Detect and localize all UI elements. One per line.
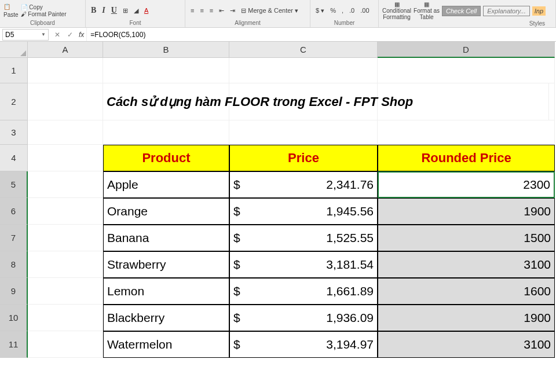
rounded-cell-4[interactable]: 1600	[378, 278, 555, 305]
price-cell-4[interactable]: $1,661.89	[229, 278, 378, 305]
row-header-1[interactable]: 1	[0, 58, 28, 83]
price-value: 3,181.54	[326, 258, 374, 272]
cell-A10[interactable]	[28, 305, 103, 331]
product-cell-5[interactable]: Blackberry	[103, 305, 229, 331]
rounded-cell-3[interactable]: 3100	[378, 251, 555, 278]
fx-icon[interactable]: fx	[76, 31, 86, 39]
font-color-button[interactable]: A	[142, 7, 150, 14]
rounded-cell-5[interactable]: 1900	[378, 305, 555, 331]
price-cell-2[interactable]: $1,525.55	[229, 225, 378, 251]
accept-formula-button[interactable]: ✓	[64, 31, 76, 39]
row-header-3[interactable]: 3	[0, 120, 28, 145]
row-header-8[interactable]: 8	[0, 251, 28, 278]
format-painter-button[interactable]: 🖌 Format Painter	[21, 11, 67, 17]
col-header-a[interactable]: A	[28, 42, 103, 58]
conditional-icon: ▦	[394, 1, 400, 8]
indent-dec-button[interactable]: ⇤	[217, 7, 226, 14]
cell-A7[interactable]	[28, 225, 103, 251]
copy-button[interactable]: 📄 Copy	[21, 4, 67, 10]
cell-A11[interactable]	[28, 331, 103, 358]
rounded-cell-2[interactable]: 1500	[378, 225, 555, 251]
product-cell-1[interactable]: Orange	[103, 198, 229, 225]
cell-D1[interactable]	[378, 58, 555, 83]
formula-input[interactable]: =FLOOR(C5,100)	[86, 28, 556, 41]
row-header-7[interactable]: 7	[0, 225, 28, 251]
ribbon: 📋 Paste 📄 Copy 🖌 Format Painter Clipboar…	[0, 0, 556, 28]
align-left-button[interactable]: ≡	[189, 7, 196, 14]
cell-B1[interactable]	[103, 58, 229, 83]
comma-button[interactable]: ,	[340, 7, 345, 14]
row-header-11[interactable]: 11	[0, 331, 28, 358]
formula-text: =FLOOR(C5,100)	[90, 31, 145, 39]
decimal-inc-button[interactable]: .0	[348, 7, 356, 14]
percent-button[interactable]: %	[328, 7, 338, 14]
product-cell-4[interactable]: Lemon	[103, 278, 229, 305]
name-box-value: D5	[5, 31, 14, 39]
style-explanatory[interactable]: Explanatory...	[483, 6, 529, 16]
style-check-cell[interactable]: Check Cell	[442, 6, 481, 16]
rounded-cell-0[interactable]: 2300	[378, 171, 555, 198]
format-as-table-button[interactable]: ▦Format as Table	[414, 1, 440, 20]
style-input[interactable]: Inp	[532, 6, 546, 16]
cell-A3[interactable]	[28, 120, 103, 145]
table-header-price[interactable]: Price	[229, 145, 378, 171]
col-header-c[interactable]: C	[229, 42, 378, 58]
formula-bar: D5 ▼ ✕ ✓ fx =FLOOR(C5,100)	[0, 28, 556, 42]
table-header-rounded-price[interactable]: Rounded Price	[378, 145, 555, 171]
conditional-formatting-button[interactable]: ▦Conditional Formatting	[382, 1, 411, 20]
fill-color-button[interactable]: ◢	[132, 7, 140, 14]
title-cell[interactable]: Cách sử dụng hàm FLOOR trong Excel - FPT…	[103, 83, 549, 120]
cell-B3[interactable]	[103, 120, 229, 145]
decimal-dec-button[interactable]: .00	[359, 7, 371, 14]
rounded-cell-6[interactable]: 3100⊞	[378, 331, 555, 358]
cell-C3[interactable]	[229, 120, 378, 145]
price-cell-3[interactable]: $3,181.54	[229, 251, 378, 278]
row-header-5[interactable]: 5	[0, 171, 28, 198]
row-header-9[interactable]: 9	[0, 278, 28, 305]
cell-A6[interactable]	[28, 198, 103, 225]
underline-button[interactable]: U	[109, 6, 119, 15]
cell-A8[interactable]	[28, 251, 103, 278]
cell-C1[interactable]	[229, 58, 378, 83]
currency-symbol: $	[233, 284, 240, 298]
name-box[interactable]: D5 ▼	[2, 29, 49, 41]
cell-D3[interactable]	[378, 120, 555, 145]
cell-A5[interactable]	[28, 171, 103, 198]
align-center-button[interactable]: ≡	[198, 7, 205, 14]
cancel-formula-button[interactable]: ✕	[51, 31, 64, 39]
product-cell-0[interactable]: Apple	[103, 171, 229, 198]
bold-button[interactable]: B	[89, 6, 98, 15]
table-icon: ▦	[424, 1, 429, 8]
price-cell-5[interactable]: $1,936.09	[229, 305, 378, 331]
table-header-product[interactable]: Product	[103, 145, 229, 171]
chevron-down-icon[interactable]: ▼	[41, 32, 46, 37]
align-right-button[interactable]: ≡	[208, 7, 215, 14]
cell-A2[interactable]	[28, 83, 103, 120]
paste-button[interactable]: 📋 Paste	[3, 3, 19, 18]
product-cell-2[interactable]: Banana	[103, 225, 229, 251]
row-header-6[interactable]: 6	[0, 198, 28, 225]
price-cell-1[interactable]: $1,945.56	[229, 198, 378, 225]
currency-symbol: $	[233, 178, 240, 192]
col-header-b[interactable]: B	[103, 42, 229, 58]
indent-inc-button[interactable]: ⇥	[228, 7, 237, 14]
col-header-d[interactable]: D	[378, 42, 555, 58]
select-all-corner[interactable]	[0, 42, 28, 58]
column-headers: A B C D	[28, 42, 555, 58]
merge-button[interactable]: ⊟ Merge & Center ▾	[239, 7, 300, 14]
italic-button[interactable]: I	[100, 6, 107, 15]
cell-A9[interactable]	[28, 278, 103, 305]
product-cell-3[interactable]: Strawberry	[103, 251, 229, 278]
border-button[interactable]: ⊞	[121, 7, 130, 14]
cell-A4[interactable]	[28, 145, 103, 171]
price-cell-6[interactable]: $3,194.97	[229, 331, 378, 358]
row-header-4[interactable]: 4	[0, 145, 28, 171]
rounded-cell-1[interactable]: 1900	[378, 198, 555, 225]
price-cell-0[interactable]: $2,341.76	[229, 171, 378, 198]
row-header-10[interactable]: 10	[0, 305, 28, 331]
row-header-2[interactable]: 2	[0, 83, 28, 120]
currency-button[interactable]: $ ▾	[314, 7, 326, 14]
ribbon-group-font: Font	[89, 20, 181, 26]
cell-A1[interactable]	[28, 58, 103, 83]
product-cell-6[interactable]: Watermelon	[103, 331, 229, 358]
